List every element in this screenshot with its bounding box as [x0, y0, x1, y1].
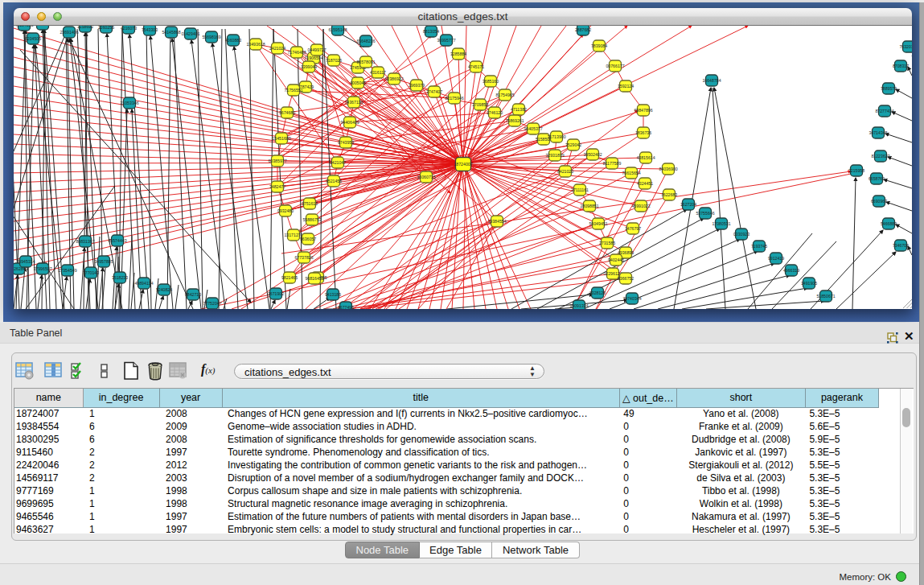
svg-text:2328120: 2328120 [589, 290, 606, 295]
svg-text:4278680: 4278680 [35, 26, 51, 27]
svg-text:75869261: 75869261 [505, 118, 524, 123]
svg-text:60385977: 60385977 [268, 159, 286, 163]
svg-text:1627204: 1627204 [680, 202, 696, 207]
svg-text:9402445: 9402445 [608, 257, 624, 262]
svg-text:3709859: 3709859 [472, 102, 488, 107]
svg-text:32931839: 32931839 [545, 153, 564, 158]
svg-text:7346706: 7346706 [893, 243, 909, 248]
svg-text:9521456: 9521456 [326, 179, 342, 183]
svg-text:4745171: 4745171 [468, 64, 484, 69]
svg-text:3482477: 3482477 [269, 184, 285, 189]
svg-text:9912419: 9912419 [768, 256, 784, 261]
svg-text:1836736: 1836736 [635, 130, 651, 135]
svg-text:54145868: 54145868 [162, 30, 180, 35]
svg-text:5240824: 5240824 [156, 287, 172, 292]
svg-text:3747407: 3747407 [426, 89, 442, 94]
svg-text:43815614: 43815614 [636, 155, 655, 160]
svg-text:61595148: 61595148 [328, 27, 347, 32]
svg-text:0842710: 0842710 [185, 292, 201, 297]
svg-text:34957885: 34957885 [94, 259, 113, 264]
svg-text:1746120: 1746120 [487, 110, 503, 115]
svg-text:39502402: 39502402 [583, 152, 602, 157]
svg-text:34714345: 34714345 [869, 130, 887, 135]
svg-text:51850671: 51850671 [816, 294, 835, 299]
svg-text:9413186: 9413186 [325, 292, 341, 297]
svg-text:4216073: 4216073 [121, 26, 137, 31]
svg-text:2260256: 2260256 [98, 26, 114, 30]
svg-text:67737826: 67737826 [294, 255, 313, 260]
svg-text:1969379: 1969379 [409, 83, 425, 88]
svg-text:53755646: 53755646 [696, 211, 714, 216]
svg-text:81223623: 81223623 [871, 154, 889, 159]
svg-text:4711382: 4711382 [511, 107, 527, 112]
svg-text:79740344: 79740344 [622, 296, 641, 301]
svg-text:9743953: 9743953 [338, 140, 354, 145]
svg-text:7770143: 7770143 [83, 270, 99, 275]
svg-text:31713900: 31713900 [547, 134, 565, 139]
svg-text:1399049: 1399049 [301, 64, 317, 69]
svg-text:1476797: 1476797 [625, 226, 641, 231]
svg-text:7543303: 7543303 [142, 27, 158, 32]
svg-text:4324451: 4324451 [637, 181, 653, 186]
svg-text:94406409: 94406409 [340, 120, 359, 125]
svg-text:81177589: 81177589 [603, 161, 622, 166]
svg-text:74367136: 74367136 [344, 100, 363, 105]
svg-text:2731585: 2731585 [599, 241, 615, 245]
svg-text:82175946: 82175946 [445, 96, 463, 101]
svg-text:71746488: 71746488 [287, 50, 306, 55]
svg-text:5674680: 5674680 [279, 110, 295, 115]
svg-text:86578091: 86578091 [356, 60, 375, 64]
svg-text:77752047: 77752047 [203, 301, 221, 306]
svg-text:62386922: 62386922 [384, 76, 403, 81]
svg-text:76945314: 76945314 [16, 259, 35, 264]
svg-text:19384554: 19384554 [487, 219, 506, 224]
svg-text:76320163: 76320163 [899, 44, 912, 49]
svg-text:1671902: 1671902 [268, 291, 284, 296]
svg-text:8677496: 8677496 [338, 305, 354, 310]
svg-text:2421024: 2421024 [269, 46, 285, 51]
svg-text:13493618: 13493618 [246, 42, 265, 47]
svg-text:0330923: 0330923 [733, 232, 749, 237]
svg-text:16060715: 16060715 [417, 175, 435, 179]
svg-text:2887682: 2887682 [575, 27, 591, 32]
svg-text:16648784: 16648784 [702, 78, 721, 83]
svg-text:7187026: 7187026 [326, 58, 342, 63]
svg-text:4060883: 4060883 [225, 38, 241, 43]
svg-text:7889579: 7889579 [881, 86, 897, 91]
svg-text:3529042: 3529042 [565, 142, 581, 147]
svg-text:4316117: 4316117 [370, 70, 386, 75]
svg-text:36995777: 36995777 [437, 38, 455, 43]
svg-text:99091334: 99091334 [569, 303, 588, 308]
svg-text:45991022: 45991022 [631, 204, 650, 208]
svg-text:3158692: 3158692 [77, 26, 93, 29]
svg-text:00766177: 00766177 [606, 64, 624, 68]
svg-text:76615654: 76615654 [622, 171, 640, 175]
svg-text:87277434: 87277434 [875, 109, 893, 113]
svg-text:9421047: 9421047 [330, 160, 346, 165]
svg-text:0932480: 0932480 [277, 208, 294, 213]
svg-text:56049451: 56049451 [589, 221, 607, 226]
svg-text:27111161: 27111161 [571, 187, 589, 192]
svg-text:8813054: 8813054 [423, 29, 439, 34]
svg-text:7622683: 7622683 [661, 192, 677, 197]
svg-text:96816453: 96816453 [305, 276, 323, 281]
svg-text:17080531: 17080531 [712, 221, 730, 226]
svg-text:55886753: 55886753 [302, 217, 321, 222]
svg-text:3215958: 3215958 [848, 168, 864, 173]
svg-text:8421020: 8421020 [557, 169, 573, 174]
svg-text:1592124: 1592124 [618, 84, 634, 89]
svg-text:3285884: 3285884 [450, 51, 466, 56]
svg-text:4005045: 4005045 [350, 80, 366, 85]
svg-text:8708317: 8708317 [893, 64, 909, 68]
svg-text:6658760: 6658760 [869, 176, 885, 181]
svg-text:1491905: 1491905 [801, 281, 817, 286]
svg-text:21053346: 21053346 [120, 101, 138, 105]
svg-text:28098851: 28098851 [580, 204, 598, 208]
svg-text:15451680: 15451680 [272, 136, 290, 141]
svg-text:65648236: 65648236 [356, 39, 375, 43]
svg-text:27354549: 27354549 [58, 268, 76, 273]
svg-text:85574443: 85574443 [108, 238, 126, 243]
svg-text:9821465: 9821465 [281, 275, 298, 280]
svg-text:6204505: 6204505 [25, 36, 41, 41]
svg-text:80831367: 80831367 [76, 239, 94, 244]
